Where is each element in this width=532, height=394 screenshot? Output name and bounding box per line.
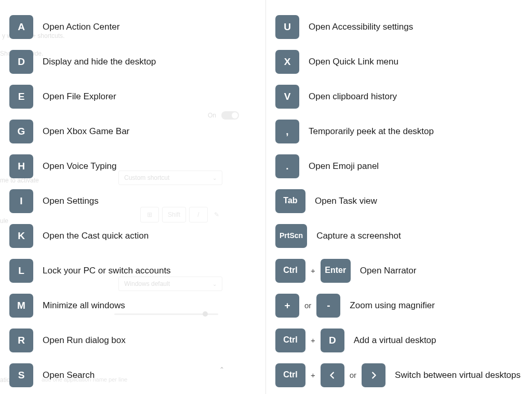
shortcut-row: XOpen Quick Link menu	[275, 44, 523, 79]
key-s: S	[9, 363, 33, 387]
key-l: L	[9, 259, 33, 283]
key-i: I	[9, 189, 33, 213]
key-group: V	[275, 85, 299, 109]
shortcut-description: Open clipboard history	[309, 91, 397, 102]
key-group: U	[275, 15, 299, 39]
key-r: R	[9, 329, 33, 352]
shortcut-guide-overlay: AOpen Action CenterDDisplay and hide the…	[0, 0, 532, 394]
shortcut-row: ,Temporarily peek at the desktop	[275, 114, 523, 149]
shortcut-description: Open Emoji panel	[309, 161, 379, 172]
key-group: Ctrl+Enter	[275, 259, 351, 283]
shortcut-row: IOpen Settings	[9, 183, 256, 218]
shortcut-description: Open Narrator	[360, 266, 417, 276]
key-separator: +	[311, 336, 315, 345]
shortcut-row: UOpen Accessibility settings	[275, 9, 523, 44]
shortcut-description: Open Settings	[43, 196, 99, 206]
key-group: S	[9, 363, 33, 387]
key-group: Ctrl+or	[275, 363, 385, 387]
key-group: H	[9, 154, 33, 178]
shortcut-description: Open the Cast quick action	[43, 231, 149, 241]
shortcut-row: LLock your PC or switch accounts	[9, 253, 256, 288]
shortcut-description: Zoom using magnifier	[350, 300, 434, 311]
shortcut-row: SOpen Search	[9, 358, 256, 392]
key-tab: Tab	[275, 189, 305, 213]
shortcut-description: Lock your PC or switch accounts	[43, 266, 171, 276]
key-group: +or-	[275, 294, 340, 318]
key-enter: Enter	[321, 259, 351, 283]
shortcut-description: Minimize all windows	[43, 300, 125, 311]
chevron-left-icon	[321, 363, 344, 387]
key-h: H	[9, 154, 33, 178]
key-d: D	[321, 329, 344, 352]
key-separator: or	[350, 371, 356, 379]
key-: .	[275, 154, 299, 178]
shortcut-description: Display and hide the desktop	[43, 57, 156, 67]
key-group: D	[9, 50, 33, 74]
shortcut-row: KOpen the Cast quick action	[9, 218, 256, 253]
key-separator: +	[311, 371, 315, 379]
shortcut-row: TabOpen Task view	[275, 183, 523, 218]
shortcut-description: Capture a screenshot	[316, 231, 401, 241]
shortcut-row: MMinimize all windows	[9, 288, 256, 323]
key-ctrl: Ctrl	[275, 259, 305, 283]
key-k: K	[9, 224, 33, 248]
key-group: ,	[275, 120, 299, 143]
key-group: PrtScn	[275, 224, 307, 248]
shortcut-row: Ctrl+DAdd a virtual desktop	[275, 323, 523, 358]
key-: ,	[275, 120, 299, 143]
key-group: G	[9, 120, 33, 143]
shortcut-row: VOpen clipboard history	[275, 79, 523, 114]
shortcut-row: Ctrl+EnterOpen Narrator	[275, 253, 523, 288]
key-group: Ctrl+D	[275, 329, 344, 352]
shortcut-description: Open Voice Typing	[43, 161, 116, 172]
shortcut-description: Open Run dialog box	[43, 335, 126, 346]
key-group: E	[9, 85, 33, 109]
key-ctrl: Ctrl	[275, 329, 305, 352]
key-e: E	[9, 85, 33, 109]
shortcut-description: Open File Explorer	[43, 91, 116, 102]
shortcut-column-right: UOpen Accessibility settingsXOpen Quick …	[266, 0, 532, 394]
key-: +	[275, 294, 299, 318]
key-x: X	[275, 50, 299, 74]
key-group: M	[9, 294, 33, 318]
key-g: G	[9, 120, 33, 143]
key-a: A	[9, 15, 33, 39]
shortcut-row: HOpen Voice Typing	[9, 149, 256, 183]
key-prtscn: PrtScn	[275, 224, 307, 248]
chevron-right-icon	[362, 363, 385, 387]
key-m: M	[9, 294, 33, 318]
key-group: I	[9, 189, 33, 213]
shortcut-row: PrtScnCapture a screenshot	[275, 218, 523, 253]
shortcut-row: +or-Zoom using magnifier	[275, 288, 523, 323]
shortcut-description: Open Search	[43, 370, 95, 380]
shortcut-description: Add a virtual desktop	[354, 335, 436, 346]
key-ctrl: Ctrl	[275, 363, 305, 387]
shortcut-row: AOpen Action Center	[9, 9, 256, 44]
key-group: Tab	[275, 189, 305, 213]
key-group: R	[9, 329, 33, 352]
shortcut-row: Ctrl+orSwitch between virtual desktops	[275, 358, 523, 392]
key-separator: +	[311, 266, 315, 275]
shortcut-description: Temporarily peek at the desktop	[309, 126, 434, 137]
shortcut-column-left: AOpen Action CenterDDisplay and hide the…	[0, 0, 266, 394]
shortcut-description: Open Accessibility settings	[309, 22, 413, 32]
shortcut-description: Open Task view	[315, 196, 377, 206]
shortcut-row: .Open Emoji panel	[275, 149, 523, 183]
shortcut-description: Switch between virtual desktops	[395, 370, 521, 380]
shortcut-row: EOpen File Explorer	[9, 79, 256, 114]
shortcut-row: DDisplay and hide the desktop	[9, 44, 256, 79]
key-u: U	[275, 15, 299, 39]
key-group: X	[275, 50, 299, 74]
key-group: K	[9, 224, 33, 248]
shortcut-row: ROpen Run dialog box	[9, 323, 256, 358]
key-d: D	[9, 50, 33, 74]
key-v: V	[275, 85, 299, 109]
key-group: A	[9, 15, 33, 39]
shortcut-description: Open Action Center	[43, 22, 119, 32]
key-group: .	[275, 154, 299, 178]
key-: -	[316, 294, 340, 318]
shortcut-description: Open Quick Link menu	[309, 57, 398, 67]
key-group: L	[9, 259, 33, 283]
key-separator: or	[304, 301, 311, 310]
shortcut-description: Open Xbox Game Bar	[43, 126, 129, 137]
